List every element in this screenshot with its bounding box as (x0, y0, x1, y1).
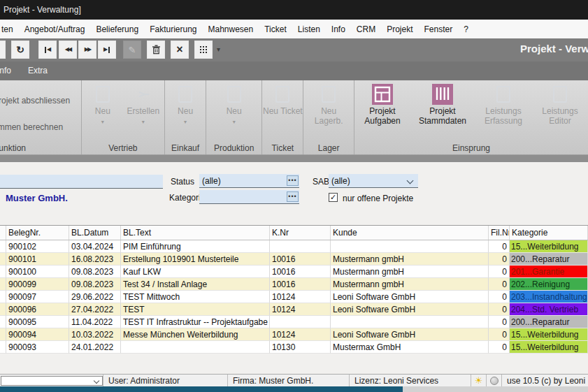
cell-gutter[interactable] (0, 328, 6, 341)
ribbon-button-projekt-aufgaben[interactable]: Projekt Aufgaben (354, 80, 410, 126)
cell-knr[interactable]: 10016 (270, 278, 331, 291)
cell-kategorie[interactable]: 202...Reinigung (510, 278, 588, 291)
menu-item-projekt[interactable]: Projekt (381, 24, 418, 34)
cell-kategorie[interactable]: 15...Weiterbildung (510, 328, 588, 341)
cell-text[interactable]: Test 34 / Install Anlage (121, 278, 270, 291)
project-search-input[interactable] (0, 175, 163, 189)
table-row[interactable]: 90010203.04.2024PIM Einführung015...Weit… (0, 240, 588, 253)
cell-kategorie[interactable]: 201...Garantie (510, 266, 588, 278)
table-row[interactable]: 90009324.01.202210130Mustermax GmbH015..… (0, 341, 588, 354)
cell-datum[interactable]: 27.04.2022 (69, 303, 121, 316)
cell-gutter[interactable] (0, 303, 6, 316)
company-link[interactable]: Muster GmbH. (6, 193, 68, 203)
menu-item-ten[interactable]: ten (0, 24, 19, 34)
cell-text[interactable]: TEST IT Infrastruktur -- Projektaufgabe (121, 316, 270, 328)
statusbar-combobox[interactable] (1, 376, 103, 386)
column-header-bl-text[interactable]: BL.Text (121, 226, 270, 240)
table-row[interactable]: 90009729.06.2022TEST Mittwoch10124Leoni … (0, 291, 588, 303)
cell-knr[interactable]: 10130 (270, 341, 331, 354)
cell-knr[interactable]: 10124 (270, 291, 331, 303)
next-record-button[interactable]: ▶▶ (78, 41, 96, 59)
cell-datum[interactable]: 09.08.2023 (69, 278, 121, 291)
cell-gutter[interactable] (0, 240, 6, 253)
cell-kunde[interactable] (331, 240, 489, 253)
cell-knr[interactable]: 10016 (270, 253, 331, 266)
tab-extra[interactable]: Extra (28, 66, 48, 75)
cell-knr[interactable] (270, 316, 331, 328)
menu-item-angebot-auftrag[interactable]: Angebot/Auftrag (19, 24, 91, 34)
cell-gutter[interactable] (0, 341, 6, 354)
cell-filnr[interactable]: 0 (489, 253, 510, 266)
delete-button[interactable] (147, 41, 165, 59)
menu-item-crm[interactable]: CRM (351, 24, 381, 34)
cell-knr[interactable]: 10016 (270, 266, 331, 278)
cell-text[interactable]: Kauf LKW (121, 266, 270, 278)
cell-belegnr[interactable]: 900097 (6, 291, 69, 303)
cell-kunde[interactable]: Mustermann gmbH (331, 278, 489, 291)
cell-filnr[interactable]: 0 (489, 316, 510, 328)
statusbar-sun-panel[interactable]: ☀ (471, 375, 486, 386)
menu-item-info[interactable]: Info (326, 24, 351, 34)
cell-belegnr[interactable]: 900096 (6, 303, 69, 316)
table-row[interactable]: 90009511.04.2022TEST IT Infrastruktur --… (0, 316, 588, 328)
cell-datum[interactable]: 29.06.2022 (69, 291, 121, 303)
column-header-k-nr[interactable]: K.Nr (270, 226, 331, 240)
search-button[interactable]: ⌕ (0, 41, 6, 59)
open-projects-checkbox[interactable]: ✓ (329, 193, 338, 202)
first-record-button[interactable]: ◀ (38, 41, 57, 59)
cell-kategorie[interactable]: 15...Weiterbildung (510, 341, 588, 354)
menu-item-fenster[interactable]: Fenster (419, 24, 459, 34)
status-field[interactable]: (alle) ••• (199, 174, 299, 188)
cell-gutter[interactable] (0, 253, 6, 266)
cell-filnr[interactable]: 0 (489, 278, 510, 291)
cell-text[interactable]: Messe München Weiterbildung (121, 328, 270, 341)
menu-item-item[interactable]: ? (458, 24, 474, 34)
cell-kategorie[interactable]: 15...Weiterbildung (510, 240, 588, 253)
table-row[interactable]: 90009627.04.2022TEST10124Leoni Software … (0, 303, 588, 316)
cell-kategorie[interactable]: 203...Instandhaltung (510, 291, 588, 303)
ribbon-button-projekt-stammdaten[interactable]: Projekt Stammdaten (410, 80, 475, 126)
column-header-kunde[interactable]: Kunde (331, 226, 489, 240)
cell-filnr[interactable]: 0 (489, 240, 510, 253)
statusbar-globe-panel[interactable] (486, 375, 501, 386)
cell-text[interactable] (121, 341, 270, 354)
cell-kunde[interactable] (331, 316, 489, 328)
table-row[interactable]: 90010116.08.2023Erstellung 1019901 Muste… (0, 253, 588, 266)
cell-filnr[interactable]: 0 (489, 303, 510, 316)
cell-kategorie[interactable]: 200...Reparatur (510, 253, 588, 266)
cell-filnr[interactable]: 0 (489, 328, 510, 341)
sab-dropdown[interactable]: (alle) (329, 174, 418, 188)
cell-datum[interactable]: 03.04.2024 (69, 240, 121, 253)
cell-kategorie[interactable]: 204...Std. Vertrieb (510, 303, 588, 316)
cell-filnr[interactable]: 0 (489, 341, 510, 354)
cell-knr[interactable] (270, 240, 331, 253)
cell-belegnr[interactable]: 900101 (6, 253, 69, 266)
menu-item-listen[interactable]: Listen (292, 24, 326, 34)
cell-datum[interactable]: 09.08.2023 (69, 266, 121, 278)
last-record-button[interactable]: ▶ (98, 41, 116, 59)
cell-filnr[interactable]: 0 (489, 291, 510, 303)
table-row[interactable]: 90009909.08.2023Test 34 / Install Anlage… (0, 278, 588, 291)
cell-knr[interactable]: 10124 (270, 303, 331, 316)
close-button[interactable]: × (171, 41, 189, 59)
column-header-bl-datum[interactable]: BL.Datum (69, 226, 121, 240)
status-picker-button[interactable]: ••• (287, 175, 299, 186)
menu-item-fakturierung[interactable]: Fakturierung (144, 24, 202, 34)
table-row[interactable]: 90010009.08.2023Kauf LKW10016Mustermann … (0, 266, 588, 278)
cell-belegnr[interactable]: 900100 (6, 266, 69, 278)
cell-text[interactable]: TEST Mittwoch (121, 291, 270, 303)
cell-datum[interactable]: 11.04.2022 (69, 316, 121, 328)
toolbar-dropdown-caret-icon[interactable]: ▾ (217, 45, 220, 53)
cell-kunde[interactable]: Leoni Software GmbH (331, 328, 489, 341)
ribbon-action-projekt-abschliessen[interactable]: Projekt abschliessen (0, 96, 70, 106)
cell-kategorie[interactable]: 200...Reparatur (510, 316, 588, 328)
cell-datum[interactable]: 24.01.2022 (69, 341, 121, 354)
cell-knr[interactable]: 10124 (270, 328, 331, 341)
cell-gutter[interactable] (0, 278, 6, 291)
cell-text[interactable]: TEST (121, 303, 270, 316)
cell-kunde[interactable]: Leoni Software GmbH (331, 291, 489, 303)
cell-belegnr[interactable]: 900099 (6, 278, 69, 291)
cell-belegnr[interactable]: 900093 (6, 341, 69, 354)
column-header-fil-nr[interactable]: Fil.Nr. (489, 226, 510, 240)
cell-kunde[interactable]: Mustermax GmbH (331, 341, 489, 354)
